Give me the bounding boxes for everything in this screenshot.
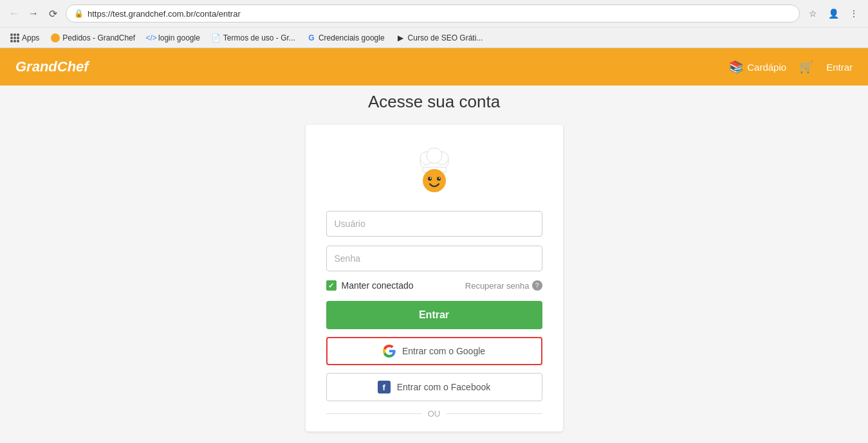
code-icon: </> <box>147 33 156 42</box>
divider-line-right <box>447 413 542 414</box>
ou-label: OU <box>428 409 441 419</box>
bookmark-termos-label: Termos de uso - Gr... <box>223 33 295 42</box>
bookmark-curso[interactable]: ▶ Curso de SEO Gráti... <box>391 30 488 46</box>
keep-connected-checkbox[interactable] <box>326 280 337 291</box>
doc-icon: 📄 <box>212 33 221 42</box>
facebook-login-label: Entrar com o Facebook <box>397 382 491 392</box>
facebook-login-button[interactable]: f Entrar com o Facebook <box>326 373 542 401</box>
keep-connected-text: Manter conectado <box>342 280 414 291</box>
video-icon: ▶ <box>396 33 405 42</box>
keep-connected-label[interactable]: Manter conectado <box>326 280 414 291</box>
nav-buttons: ← → ⟳ <box>5 5 62 23</box>
entrar-nav-button[interactable]: Entrar <box>826 62 853 73</box>
menu-button[interactable]: ⋮ <box>845 5 863 23</box>
svg-point-6 <box>428 177 432 181</box>
bookmark-apps[interactable]: Apps <box>5 30 44 46</box>
reload-button[interactable]: ⟳ <box>44 5 62 23</box>
svg-point-9 <box>439 177 440 179</box>
svg-point-7 <box>437 177 441 181</box>
navbar-right: 📚 Cardápio 🛒 Entrar <box>729 60 853 74</box>
lock-icon: 🔒 <box>74 9 84 18</box>
google-icon: G <box>307 33 316 42</box>
google-login-label: Entrar com o Google <box>402 346 485 356</box>
back-button[interactable]: ← <box>5 5 23 23</box>
pedidos-icon <box>51 33 60 42</box>
divider-line-left <box>326 413 421 414</box>
bookmark-login-google[interactable]: </> login google <box>142 30 205 46</box>
facebook-icon: f <box>378 381 391 393</box>
forward-button[interactable]: → <box>24 5 42 23</box>
logo-area <box>326 144 542 195</box>
svg-point-4 <box>427 148 442 163</box>
cart-icon-link[interactable]: 🛒 <box>799 60 813 74</box>
book-icon: 📚 <box>729 60 743 74</box>
bookmark-credenciais-label: Credenciais google <box>319 33 385 42</box>
google-g-icon <box>383 345 396 357</box>
brand-logo[interactable]: GrandChef <box>15 59 89 75</box>
address-bar[interactable]: 🔒 https://test.grandchef.com.br/conta/en… <box>66 5 800 23</box>
page-title: Acesse sua conta <box>368 92 500 112</box>
ou-divider: OU <box>326 409 542 419</box>
bookmark-pedidos[interactable]: Pedidos - GrandChef <box>46 30 140 46</box>
browser-chrome: ← → ⟳ 🔒 https://test.grandchef.com.br/co… <box>0 0 868 48</box>
password-input[interactable] <box>326 246 542 271</box>
entrar-button[interactable]: Entrar <box>326 301 542 329</box>
bookmark-pedidos-label: Pedidos - GrandChef <box>62 33 135 42</box>
bookmark-apps-label: Apps <box>22 33 39 42</box>
apps-grid-icon <box>10 33 19 42</box>
cart-icon: 🛒 <box>799 60 813 74</box>
username-input[interactable] <box>326 211 542 237</box>
bookmarks-bar: Apps Pedidos - GrandChef </> login googl… <box>0 27 868 48</box>
cardapio-link[interactable]: 📚 Cardápio <box>729 60 786 74</box>
svg-point-8 <box>430 177 431 179</box>
chef-logo-svg <box>409 144 460 195</box>
bookmark-termos[interactable]: 📄 Termos de uso - Gr... <box>207 30 300 46</box>
password-group <box>326 246 542 271</box>
bookmark-login-google-label: login google <box>158 33 200 42</box>
page-body: GrandChef 📚 Cardápio 🛒 Entrar Acesse sua… <box>0 48 868 443</box>
cardapio-label: Cardápio <box>747 62 786 73</box>
star-button[interactable]: ☆ <box>804 5 822 23</box>
bookmark-curso-label: Curso de SEO Gráti... <box>408 33 483 42</box>
google-login-button[interactable]: Entrar com o Google <box>326 337 542 365</box>
url-text: https://test.grandchef.com.br/conta/entr… <box>88 9 791 19</box>
recover-password-link[interactable]: Recuperar senha ? <box>465 280 542 291</box>
svg-point-5 <box>423 169 446 192</box>
navbar: GrandChef 📚 Cardápio 🛒 Entrar <box>0 48 868 86</box>
help-icon: ? <box>532 280 542 291</box>
recover-link-text: Recuperar senha <box>465 281 530 291</box>
main-content: Acesse sua conta <box>0 86 868 431</box>
browser-toolbar: ← → ⟳ 🔒 https://test.grandchef.com.br/co… <box>0 0 868 27</box>
username-group <box>326 211 542 237</box>
login-card: Manter conectado Recuperar senha ? Entra… <box>306 125 563 431</box>
bookmark-credenciais[interactable]: G Credenciais google <box>302 30 390 46</box>
form-options: Manter conectado Recuperar senha ? <box>326 280 542 291</box>
browser-actions: ☆ 👤 ⋮ <box>804 5 863 23</box>
profile-button[interactable]: 👤 <box>824 5 842 23</box>
